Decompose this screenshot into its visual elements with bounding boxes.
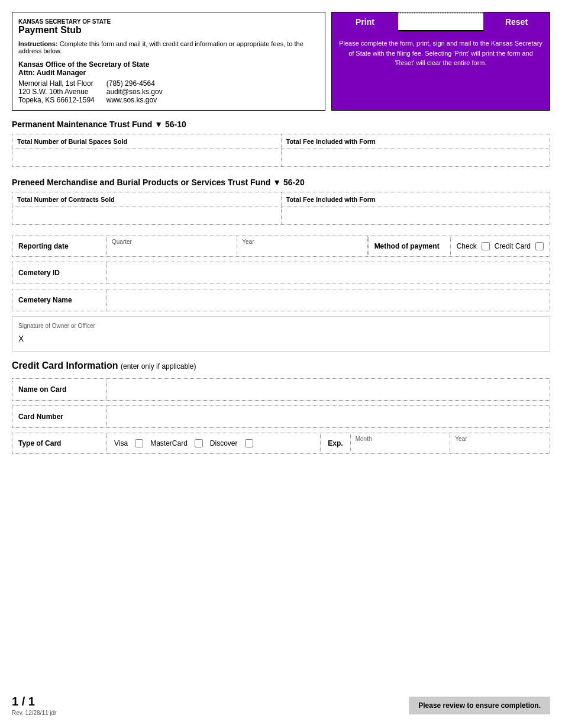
quarter-label: Quarter [112, 239, 232, 245]
payment-method-options: Check Credit Card [451, 237, 550, 255]
address-block: Memorial Hall, 1st Floor 120 S.W. 10th A… [18, 79, 319, 104]
signature-box: Signature of Owner or Officer X [12, 316, 550, 352]
contact-info: (785) 296-4564 audit@sos.ks.gov www.sos.… [106, 79, 163, 104]
name-on-card-label: Name on Card [12, 379, 107, 400]
year-input[interactable] [242, 245, 362, 254]
exp-month-input[interactable] [356, 442, 445, 451]
fund2-fee-input[interactable] [286, 212, 545, 220]
visa-label: Visa [114, 439, 128, 447]
page-info: 1 / 1 Rev. 12/28/11 jdr [12, 695, 56, 716]
credit-card-section: Credit Card Information (enter only if a… [12, 360, 550, 454]
fund2-col1-header: Total Number of Contracts Sold [12, 192, 282, 207]
reporting-date-label: Reporting date [12, 237, 107, 255]
button-spacer [398, 12, 483, 31]
fund1-col2-header: Total Fee Included with Form [281, 134, 550, 149]
fund1-col1-cell[interactable] [12, 149, 282, 167]
cc-title: Credit Card Information (enter only if a… [12, 360, 550, 371]
cemetery-id-row: Cemetery ID [12, 262, 550, 284]
reporting-section: Reporting date Quarter Year Method of pa… [12, 236, 550, 352]
cemetery-id-input[interactable] [109, 265, 547, 281]
type-of-card-label: Type of Card [12, 433, 107, 453]
check-checkbox[interactable] [482, 242, 490, 250]
cemetery-id-label: Cemetery ID [12, 262, 107, 284]
revision-date: Rev. 12/28/11 jdr [12, 710, 56, 716]
button-row: Print Reset [332, 12, 550, 31]
card-number-input[interactable] [109, 408, 547, 425]
year-box[interactable]: Year [237, 236, 367, 256]
signature-label: Signature of Owner or Officer [18, 323, 544, 329]
fund1-table: Total Number of Burial Spaces Sold Total… [12, 134, 550, 167]
fund2-col2-header: Total Fee Included with Form [281, 192, 550, 207]
fund1-fee-input[interactable] [286, 154, 545, 162]
credit-card-label: Credit Card [495, 242, 531, 250]
fund2-arrow: ▼ [273, 178, 283, 187]
quarter-box[interactable]: Quarter [107, 236, 237, 256]
signature-x: X [18, 334, 544, 343]
fund2-title: Preneed Merchandise and Burial Products … [12, 178, 550, 187]
fund2-col2-cell[interactable] [281, 207, 550, 225]
exp-year-box[interactable]: Year [450, 433, 550, 453]
exp-fields: Month Year [351, 433, 550, 453]
cemetery-name-input[interactable] [109, 292, 547, 308]
fund1-title: Permanent Maintenance Trust Fund ▼ 56-10 [12, 120, 550, 129]
fund1-section: Permanent Maintenance Trust Fund ▼ 56-10… [12, 120, 550, 167]
card-number-input-cell[interactable] [107, 406, 550, 427]
cemetery-id-input-cell[interactable] [107, 262, 550, 284]
cemetery-name-row: Cemetery Name [12, 289, 550, 311]
month-label: Month [356, 436, 445, 442]
cemetery-name-input-cell[interactable] [107, 289, 550, 311]
left-header-block: Kansas Secretary of State Payment Stub I… [12, 12, 325, 111]
discover-label: Discover [210, 439, 238, 447]
credit-card-checkbox[interactable] [535, 242, 544, 250]
reset-button[interactable]: Reset [483, 12, 550, 31]
card-number-row: Card Number [12, 405, 550, 428]
fund2-col1-cell[interactable] [12, 207, 282, 225]
mastercard-label: MasterCard [150, 439, 188, 447]
fund2-contracts-input[interactable] [17, 212, 276, 220]
fund1-burial-spaces-input[interactable] [17, 154, 276, 162]
quarter-input[interactable] [112, 245, 232, 254]
exp-year-input[interactable] [455, 442, 545, 451]
review-notice: Please review to ensure completion. [409, 697, 550, 714]
footer: 1 / 1 Rev. 12/28/11 jdr Please review to… [12, 695, 550, 716]
card-type-options: Visa MasterCard Discover [107, 434, 321, 452]
fund1-arrow: ▼ [154, 120, 165, 129]
fund1-col2-cell[interactable] [281, 149, 550, 167]
year-label: Year [242, 239, 362, 245]
form-title: Payment Stub [18, 25, 319, 36]
type-of-card-row: Type of Card Visa MasterCard Discover Ex… [12, 433, 550, 454]
agency-name: Kansas Secretary of State [18, 18, 319, 25]
quarter-year-fields: Quarter Year [107, 236, 368, 256]
exp-month-box[interactable]: Month [351, 433, 451, 453]
name-on-card-input-cell[interactable] [107, 379, 550, 400]
fund2-section: Preneed Merchandise and Burial Products … [12, 178, 550, 225]
print-button[interactable]: Print [332, 12, 398, 31]
cc-subtitle: (enter only if applicable) [121, 362, 196, 371]
cemetery-name-label: Cemetery Name [12, 289, 107, 311]
card-number-label: Card Number [12, 406, 107, 427]
method-of-payment-label: Method of payment [368, 237, 451, 255]
page-number: 1 / 1 [12, 695, 56, 708]
year-label: Year [455, 436, 545, 442]
visa-checkbox[interactable] [135, 439, 143, 447]
address-lines: Memorial Hall, 1st Floor 120 S.W. 10th A… [18, 79, 95, 104]
discover-checkbox[interactable] [245, 439, 253, 447]
office-name: Kansas Office of the Secretary of State … [18, 60, 319, 77]
mastercard-checkbox[interactable] [195, 439, 203, 447]
right-header-block: Print Reset Please complete the form, pr… [331, 12, 550, 111]
reporting-row: Reporting date Quarter Year Method of pa… [12, 236, 550, 257]
fund2-table: Total Number of Contracts Sold Total Fee… [12, 192, 550, 225]
check-label: Check [457, 242, 477, 250]
instructions-text: Instructions: Complete this form and mai… [18, 40, 319, 54]
instructions-label: Instructions: [18, 40, 58, 47]
name-on-card-input[interactable] [109, 381, 547, 398]
name-on-card-row: Name on Card [12, 378, 550, 401]
fund1-col1-header: Total Number of Burial Spaces Sold [12, 134, 282, 149]
exp-label: Exp. [321, 434, 350, 452]
notice-text: Please complete the form, print, sign an… [332, 31, 550, 110]
